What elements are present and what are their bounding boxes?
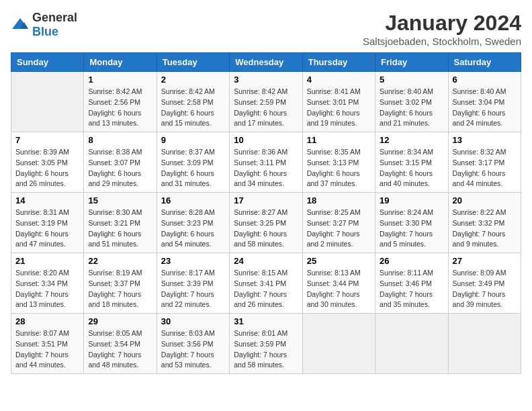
calendar-cell: 4Sunrise: 8:41 AMSunset: 3:01 PMDaylight… [302, 72, 375, 132]
calendar-cell: 19Sunrise: 8:24 AMSunset: 3:30 PMDayligh… [375, 193, 448, 253]
calendar-cell [302, 314, 375, 374]
calendar-cell: 10Sunrise: 8:36 AMSunset: 3:11 PMDayligh… [230, 132, 302, 193]
calendar-cell: 30Sunrise: 8:03 AMSunset: 3:56 PMDayligh… [157, 314, 229, 374]
day-info: Sunrise: 8:36 AMSunset: 3:11 PMDaylight:… [234, 147, 298, 189]
calendar-body: 1Sunrise: 8:42 AMSunset: 2:56 PMDaylight… [11, 72, 521, 374]
calendar-cell: 17Sunrise: 8:27 AMSunset: 3:25 PMDayligh… [230, 193, 302, 253]
calendar-cell [448, 314, 521, 374]
day-number: 8 [88, 135, 152, 145]
calendar-cell: 1Sunrise: 8:42 AMSunset: 2:56 PMDaylight… [84, 72, 157, 132]
day-info: Sunrise: 8:09 AMSunset: 3:49 PMDaylight:… [453, 268, 517, 310]
day-info: Sunrise: 8:35 AMSunset: 3:13 PMDaylight:… [307, 147, 371, 189]
day-info: Sunrise: 8:15 AMSunset: 3:41 PMDaylight:… [234, 268, 298, 310]
day-info: Sunrise: 8:38 AMSunset: 3:07 PMDaylight:… [88, 147, 152, 189]
calendar-cell: 24Sunrise: 8:15 AMSunset: 3:41 PMDayligh… [230, 253, 302, 314]
calendar-cell: 7Sunrise: 8:39 AMSunset: 3:05 PMDaylight… [11, 132, 84, 193]
day-info: Sunrise: 8:20 AMSunset: 3:34 PMDaylight:… [15, 268, 79, 310]
day-number: 27 [453, 256, 517, 266]
calendar-cell: 28Sunrise: 8:07 AMSunset: 3:51 PMDayligh… [11, 314, 84, 374]
day-info: Sunrise: 8:32 AMSunset: 3:17 PMDaylight:… [453, 147, 517, 189]
calendar-cell: 6Sunrise: 8:40 AMSunset: 3:04 PMDaylight… [448, 72, 521, 132]
day-info: Sunrise: 8:42 AMSunset: 2:56 PMDaylight:… [88, 87, 152, 129]
day-number: 13 [453, 135, 517, 145]
day-info: Sunrise: 8:24 AMSunset: 3:30 PMDaylight:… [380, 208, 443, 250]
day-info: Sunrise: 8:28 AMSunset: 3:23 PMDaylight:… [161, 208, 225, 250]
day-info: Sunrise: 8:34 AMSunset: 3:15 PMDaylight:… [380, 147, 443, 189]
calendar-cell: 18Sunrise: 8:25 AMSunset: 3:27 PMDayligh… [302, 193, 375, 253]
calendar-table: SundayMondayTuesdayWednesdayThursdayFrid… [11, 52, 521, 374]
day-info: Sunrise: 8:30 AMSunset: 3:21 PMDaylight:… [88, 208, 152, 250]
logo: General Blue [11, 11, 77, 39]
day-info: Sunrise: 8:25 AMSunset: 3:27 PMDaylight:… [307, 208, 371, 250]
calendar-cell: 14Sunrise: 8:31 AMSunset: 3:19 PMDayligh… [11, 193, 84, 253]
day-number: 1 [88, 75, 152, 85]
weekday-header-friday: Friday [375, 53, 448, 72]
day-info: Sunrise: 8:41 AMSunset: 3:01 PMDaylight:… [307, 87, 371, 129]
logo-blue: Blue [32, 25, 58, 38]
day-number: 7 [15, 135, 79, 145]
calendar-week-4: 21Sunrise: 8:20 AMSunset: 3:34 PMDayligh… [11, 253, 521, 314]
day-number: 16 [161, 195, 225, 205]
title-area: January 2024 Saltsjoebaden, Stockholm, S… [363, 11, 521, 47]
day-info: Sunrise: 8:37 AMSunset: 3:09 PMDaylight:… [161, 147, 225, 189]
calendar-cell: 5Sunrise: 8:40 AMSunset: 3:02 PMDaylight… [375, 72, 448, 132]
weekday-header-thursday: Thursday [302, 53, 375, 72]
day-number: 12 [380, 135, 443, 145]
location: Saltsjoebaden, Stockholm, Sweden [363, 36, 521, 47]
day-number: 5 [380, 75, 443, 85]
weekday-header-sunday: Sunday [11, 53, 84, 72]
day-info: Sunrise: 8:03 AMSunset: 3:56 PMDaylight:… [161, 328, 225, 371]
logo-text: General Blue [32, 11, 77, 39]
day-number: 3 [234, 75, 298, 85]
day-info: Sunrise: 8:22 AMSunset: 3:32 PMDaylight:… [453, 208, 517, 250]
calendar-cell [11, 72, 84, 132]
day-number: 31 [234, 316, 298, 326]
calendar-cell: 12Sunrise: 8:34 AMSunset: 3:15 PMDayligh… [375, 132, 448, 193]
day-number: 29 [88, 316, 152, 326]
day-number: 19 [380, 195, 443, 205]
day-number: 17 [234, 195, 298, 205]
calendar-header: SundayMondayTuesdayWednesdayThursdayFrid… [11, 53, 521, 72]
calendar-week-3: 14Sunrise: 8:31 AMSunset: 3:19 PMDayligh… [11, 193, 521, 253]
day-number: 25 [307, 256, 371, 266]
calendar-cell: 16Sunrise: 8:28 AMSunset: 3:23 PMDayligh… [157, 193, 229, 253]
day-number: 15 [88, 195, 152, 205]
weekday-header-tuesday: Tuesday [157, 53, 229, 72]
day-number: 23 [161, 256, 225, 266]
day-number: 28 [15, 316, 79, 326]
day-number: 9 [161, 135, 225, 145]
calendar-cell: 11Sunrise: 8:35 AMSunset: 3:13 PMDayligh… [302, 132, 375, 193]
weekday-header-monday: Monday [84, 53, 157, 72]
day-number: 11 [307, 135, 371, 145]
calendar-cell: 20Sunrise: 8:22 AMSunset: 3:32 PMDayligh… [448, 193, 521, 253]
calendar-cell: 3Sunrise: 8:42 AMSunset: 2:59 PMDaylight… [230, 72, 302, 132]
calendar-cell: 8Sunrise: 8:38 AMSunset: 3:07 PMDaylight… [84, 132, 157, 193]
header: General Blue January 2024 Saltsjoebaden,… [11, 11, 521, 47]
calendar-cell: 31Sunrise: 8:01 AMSunset: 3:59 PMDayligh… [230, 314, 302, 374]
day-info: Sunrise: 8:13 AMSunset: 3:44 PMDaylight:… [307, 268, 371, 310]
day-number: 6 [453, 75, 517, 85]
day-info: Sunrise: 8:39 AMSunset: 3:05 PMDaylight:… [15, 147, 79, 189]
day-info: Sunrise: 8:11 AMSunset: 3:46 PMDaylight:… [380, 268, 443, 310]
day-info: Sunrise: 8:19 AMSunset: 3:37 PMDaylight:… [88, 268, 152, 310]
day-number: 4 [307, 75, 371, 85]
day-info: Sunrise: 8:07 AMSunset: 3:51 PMDaylight:… [15, 328, 79, 371]
day-info: Sunrise: 8:42 AMSunset: 2:59 PMDaylight:… [234, 87, 298, 129]
logo-general: General [32, 11, 77, 24]
calendar-cell: 23Sunrise: 8:17 AMSunset: 3:39 PMDayligh… [157, 253, 229, 314]
day-number: 30 [161, 316, 225, 326]
logo-icon [11, 17, 30, 33]
day-number: 14 [15, 195, 79, 205]
day-number: 2 [161, 75, 225, 85]
day-number: 10 [234, 135, 298, 145]
calendar-cell: 25Sunrise: 8:13 AMSunset: 3:44 PMDayligh… [302, 253, 375, 314]
day-info: Sunrise: 8:31 AMSunset: 3:19 PMDaylight:… [15, 208, 79, 250]
day-info: Sunrise: 8:40 AMSunset: 3:02 PMDaylight:… [380, 87, 443, 129]
calendar-cell: 15Sunrise: 8:30 AMSunset: 3:21 PMDayligh… [84, 193, 157, 253]
day-number: 21 [15, 256, 79, 266]
calendar-week-1: 1Sunrise: 8:42 AMSunset: 2:56 PMDaylight… [11, 72, 521, 132]
day-info: Sunrise: 8:01 AMSunset: 3:59 PMDaylight:… [234, 328, 298, 371]
calendar-cell: 21Sunrise: 8:20 AMSunset: 3:34 PMDayligh… [11, 253, 84, 314]
weekday-header-wednesday: Wednesday [230, 53, 302, 72]
day-info: Sunrise: 8:17 AMSunset: 3:39 PMDaylight:… [161, 268, 225, 310]
